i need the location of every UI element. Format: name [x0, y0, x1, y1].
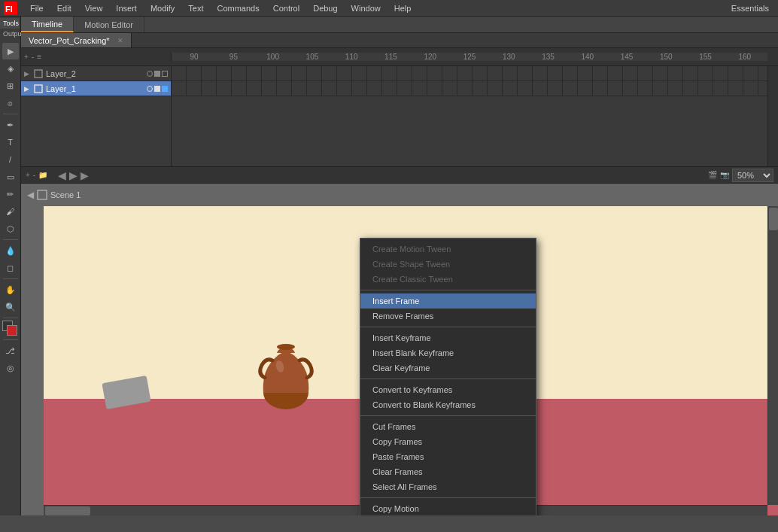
tab-timeline[interactable]: Timeline	[21, 17, 74, 32]
layer1-vis-btn[interactable]	[147, 86, 153, 92]
menu-view[interactable]: View	[79, 2, 109, 14]
layer1-outline-btn[interactable]	[162, 86, 168, 92]
ctx-create-classic-tween[interactable]: Create Classic Tween	[360, 272, 536, 287]
ctx-clear-keyframe[interactable]: Clear Keyframe	[360, 360, 536, 375]
timeline-ruler: 90 95 100 105 110 115 120 125 130 135 14…	[172, 53, 767, 61]
snap-tool[interactable]: ◎	[2, 360, 19, 376]
tool-separator-2	[3, 239, 18, 240]
ruler-tick: 100	[254, 53, 293, 61]
ruler-tick: 160	[725, 53, 764, 61]
lasso-tool[interactable]: ⌾	[2, 95, 19, 111]
document-tab-close[interactable]: ✕	[117, 37, 123, 44]
layer1-lock-btn[interactable]	[154, 86, 160, 92]
layer-props-button[interactable]: ≡	[37, 53, 41, 61]
essentials-button[interactable]: Essentials	[725, 2, 775, 14]
ctx-convert-to-keyframes[interactable]: Convert to Keyframes	[360, 382, 536, 397]
scrollbar-thumb-vertical[interactable]	[769, 208, 778, 230]
ctx-create-shape-tween[interactable]: Create Shape Tween	[360, 257, 536, 272]
add-layer-btn[interactable]: +	[26, 171, 30, 179]
ctx-convert-to-blank-keyframes[interactable]: Convert to Blank Keyframes	[360, 397, 536, 412]
ctx-select-all-frames[interactable]: Select All Frames	[360, 479, 536, 494]
tab-motion-editor[interactable]: Motion Editor	[74, 17, 144, 32]
fill-color-swatch[interactable]	[7, 325, 17, 336]
panel-tab-output[interactable]: Output	[0, 29, 20, 39]
zoom-select[interactable]: 25% 50% 75% 100%	[732, 169, 773, 182]
layer1-icon	[34, 84, 43, 93]
ctx-insert-frame[interactable]: Insert Frame	[360, 293, 536, 309]
right-scrollbar[interactable]	[767, 206, 778, 505]
layer2-vis-btn[interactable]	[147, 71, 153, 77]
tool-separator-3	[3, 278, 18, 279]
ctx-create-motion-tween[interactable]: Create Motion Tween	[360, 242, 536, 257]
ctx-sep-4	[360, 415, 536, 416]
delete-layer-button[interactable]: -	[32, 53, 34, 61]
menu-control[interactable]: Control	[267, 2, 305, 14]
brush-tool[interactable]: 🖌	[2, 203, 19, 220]
ruler-tick: 125	[450, 53, 489, 61]
document-tab[interactable]: Vector_Pot_Cracking* ✕	[21, 33, 132, 47]
layer-row-layer2[interactable]: ▶ Layer_2	[21, 66, 171, 81]
ctx-insert-blank-keyframe[interactable]: Insert Blank Keyframe	[360, 345, 536, 360]
timeline-frames[interactable]	[172, 66, 767, 166]
ruler-tick: 130	[489, 53, 528, 61]
eraser-tool[interactable]: ◻	[2, 260, 19, 276]
layer1-controls	[147, 86, 168, 92]
svg-rect-2	[35, 70, 42, 78]
add-layer-button[interactable]: +	[24, 53, 29, 61]
menu-commands[interactable]: Commands	[211, 2, 265, 14]
timeline-panel: + - ≡ 90 95 100 105 110 115 120 125 130 …	[21, 48, 778, 184]
svg-rect-3	[35, 85, 42, 93]
ctx-cut-frames[interactable]: Cut Frames	[360, 419, 536, 434]
text-tool[interactable]: T	[2, 134, 19, 150]
pencil-tool[interactable]: ✏	[2, 186, 19, 202]
ctx-copy-motion[interactable]: Copy Motion	[360, 501, 536, 515]
bone-tool[interactable]: ⎇	[2, 342, 19, 359]
hand-tool[interactable]: ✋	[2, 281, 19, 298]
vase-svg	[256, 336, 316, 412]
menu-debug[interactable]: Debug	[307, 2, 343, 14]
svg-point-6	[277, 344, 295, 350]
free-transform-tool[interactable]: ⊞	[2, 78, 19, 94]
rect-tool[interactable]: ▭	[2, 169, 19, 185]
menu-text[interactable]: Text	[182, 2, 209, 14]
menu-edit[interactable]: Edit	[51, 2, 77, 14]
menu-modify[interactable]: Modify	[144, 2, 181, 14]
pen-tool[interactable]: ✒	[2, 117, 19, 133]
menu-insert[interactable]: Insert	[110, 2, 143, 14]
layer-row-layer1[interactable]: ▶ Layer_1	[21, 81, 171, 96]
back-arrow-icon[interactable]: ◀	[27, 190, 34, 200]
zoom-tool[interactable]: 🔍	[2, 299, 19, 315]
arrow-tool[interactable]: ▶	[2, 43, 19, 59]
scrollbar-thumb-horizontal[interactable]	[45, 506, 90, 515]
play-btn[interactable]: ▶	[69, 169, 77, 181]
ruler-tick: 135	[528, 53, 567, 61]
subselect-tool[interactable]: ◈	[2, 60, 19, 77]
ruler-tick: 120	[411, 53, 450, 61]
canvas-area[interactable]: ◀ Scene 1	[21, 184, 778, 515]
line-tool[interactable]: /	[2, 151, 19, 168]
panel-tab-tools[interactable]: Tools	[0, 18, 20, 29]
ruler-tick: 155	[685, 53, 725, 61]
ctx-clear-frames[interactable]: Clear Frames	[360, 464, 536, 479]
menu-file[interactable]: File	[24, 2, 50, 14]
ctx-copy-frames[interactable]: Copy Frames	[360, 434, 536, 449]
layer2-lock-btn[interactable]	[154, 71, 160, 77]
prev-frame-btn[interactable]: ◀	[58, 169, 66, 181]
app-logo: Fl	[3, 1, 18, 16]
timeline-tabbar: Timeline Motion Editor	[21, 17, 778, 33]
paint-bucket-tool[interactable]: ⬡	[2, 220, 19, 237]
ctx-insert-keyframe[interactable]: Insert Keyframe	[360, 330, 536, 345]
document-tab-label: Vector_Pot_Cracking*	[29, 36, 110, 45]
eyedropper-tool[interactable]: 💧	[2, 242, 19, 259]
zoom-label: 🎬	[708, 171, 717, 179]
menu-help[interactable]: Help	[388, 2, 418, 14]
layer2-outline-btn[interactable]	[162, 71, 168, 77]
ctx-paste-frames[interactable]: Paste Frames	[360, 449, 536, 464]
delete-layer-btn2[interactable]: -	[33, 171, 35, 179]
ctx-remove-frames[interactable]: Remove Frames	[360, 309, 536, 324]
next-frame-btn[interactable]: ▶	[81, 169, 89, 181]
menubar: Fl File Edit View Insert Modify Text Com…	[0, 0, 778, 17]
ctx-sep-1	[360, 290, 536, 290]
menu-window[interactable]: Window	[345, 2, 387, 14]
folder-btn[interactable]: 📁	[38, 171, 47, 179]
